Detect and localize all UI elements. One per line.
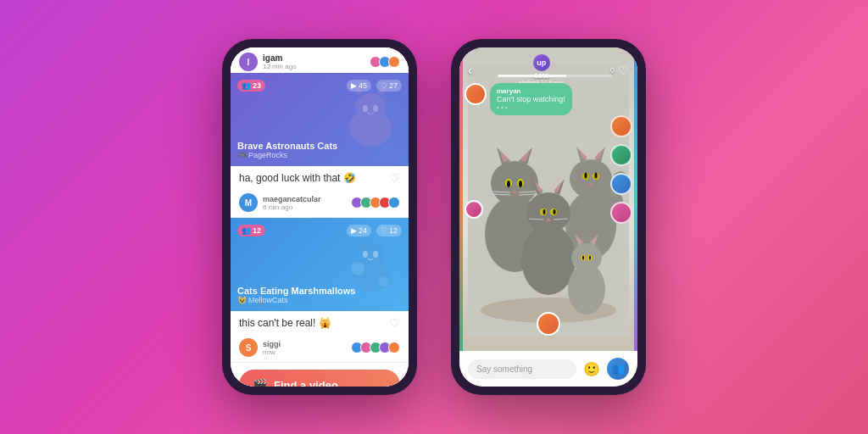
svg-point-41	[585, 173, 587, 179]
up-logo: up	[533, 54, 550, 71]
svg-point-13	[378, 276, 388, 287]
viewer-avatar	[388, 56, 400, 68]
find-video-label: Find a video	[274, 379, 338, 387]
comment-text-1: ha, good luck with that 🤣	[239, 172, 356, 184]
find-video-button[interactable]: 🎬 Find a video	[239, 370, 400, 387]
left-viewer-avatars	[465, 200, 483, 219]
svg-point-44	[521, 224, 576, 295]
comment-row-1: ha, good luck with that 🤣 ♡	[231, 166, 409, 190]
channel-info: up cats staffrick 11 5 ago	[519, 54, 564, 86]
card-stats-2: ▶24 ♡12	[347, 225, 402, 236]
svg-point-1	[355, 93, 386, 120]
back-button[interactable]: ‹	[468, 63, 472, 78]
top-time: 12 min ago	[263, 63, 297, 70]
left-phone: I igam 12 min ago	[222, 39, 417, 395]
username-1: maegancatcular	[263, 195, 321, 203]
card-sub-1: 🎮PageRocks	[237, 151, 337, 159]
card-sub-2: 😺MellowCats	[237, 296, 355, 304]
svg-point-53	[554, 209, 556, 214]
svg-point-66	[589, 256, 591, 260]
right-phone: ‹ up cats staffrick 11 5 ago 0 ♡	[451, 39, 646, 395]
comment-bubble-text: Can't stop watching!	[497, 95, 565, 103]
viewer-mini	[388, 197, 400, 209]
viewer-count: 0	[610, 66, 615, 75]
feed-item-1[interactable]: 👥 23 ▶45 ♡27 Brave Astronauts Cats 🎮Page…	[231, 73, 409, 218]
comment-bubble-area: maryan Can't stop watching! • • •	[465, 83, 572, 115]
viewer-mini	[388, 342, 400, 353]
right-accent-border	[634, 47, 637, 353]
card-badge-1: 👥 23	[237, 80, 265, 92]
svg-point-65	[582, 256, 584, 260]
video-card-1[interactable]: 👥 23 ▶45 ♡27 Brave Astronauts Cats 🎮Page…	[231, 73, 409, 166]
card-info-1: Brave Astronauts Cats 🎮PageRocks	[237, 141, 337, 159]
svg-point-12	[351, 262, 364, 275]
heart-icon-2[interactable]: ♡	[389, 316, 400, 330]
svg-point-10	[363, 251, 368, 258]
say-something-input[interactable]: Say something	[468, 359, 576, 379]
svg-point-17	[491, 161, 538, 205]
heart-icon-1[interactable]: ♡	[389, 171, 400, 185]
user-left-1: M maegancatcular 6 min ago	[239, 193, 321, 212]
side-avatar-4	[610, 202, 632, 224]
user-time-1: 6 min ago	[263, 203, 321, 211]
video-card-2[interactable]: 👥 12 ▶24 ♡12 Cats Eating Marshmallows 😺M…	[231, 218, 409, 311]
comment-text-2: this can't be real! 🙀	[239, 317, 331, 329]
left-accent-border	[459, 47, 463, 353]
user-avatar-2: S	[239, 338, 258, 357]
progress-fill	[498, 75, 566, 77]
find-video-icon: 🎬	[253, 378, 267, 387]
user-time-2: now	[263, 348, 281, 356]
commenter-avatar	[465, 83, 487, 105]
top-username: igam	[263, 53, 297, 63]
card-badge-2: 👥 12	[237, 225, 265, 236]
comment-dots: • • •	[497, 103, 565, 111]
side-avatar-3	[610, 173, 632, 195]
top-right-controls: 0 ♡	[610, 64, 629, 77]
user-row-1: M maegancatcular 6 min ago	[231, 190, 409, 218]
user-left-2: S siggi now	[239, 338, 281, 357]
top-bar: I igam 12 min ago	[231, 47, 409, 73]
viewers-1	[353, 197, 400, 209]
top-user: I igam 12 min ago	[239, 53, 297, 71]
comment-bubble: maryan Can't stop watching! • • •	[490, 83, 572, 115]
svg-point-5	[373, 105, 378, 112]
card-info-2: Cats Eating Marshmallows 😺MellowCats	[237, 286, 355, 304]
svg-point-52	[543, 209, 546, 214]
left-avatar-1	[465, 200, 483, 219]
svg-point-24	[507, 181, 510, 187]
top-avatar: I	[239, 53, 258, 71]
comment-row-2: this can't be real! 🙀 ♡	[231, 311, 409, 335]
side-avatar-2	[610, 144, 632, 166]
user-avatar-1: M	[239, 193, 258, 212]
left-feed: I igam 12 min ago	[231, 47, 409, 387]
side-avatar-1	[610, 115, 632, 137]
svg-point-58	[571, 243, 602, 272]
progress-bar	[498, 75, 612, 77]
anchor-avatar	[537, 312, 560, 336]
right-bottom-bar: Say something 🙂 👥	[459, 351, 637, 387]
side-viewer-avatars	[610, 115, 632, 224]
top-viewers	[372, 56, 400, 68]
user-row-2: S siggi now	[231, 335, 409, 363]
svg-point-4	[363, 105, 368, 112]
card-stats-1: ▶45 ♡27	[347, 80, 402, 92]
heart-live-icon[interactable]: ♡	[618, 64, 629, 77]
svg-point-42	[595, 173, 598, 179]
commenter-name: maryan	[497, 87, 565, 95]
feed-item-2[interactable]: 👥 12 ▶24 ♡12 Cats Eating Marshmallows 😺M…	[231, 218, 409, 363]
svg-point-45	[526, 192, 570, 233]
svg-point-11	[373, 251, 378, 258]
username-2: siggi	[263, 340, 281, 348]
people-button[interactable]: 👥	[607, 358, 629, 380]
svg-point-25	[519, 181, 522, 187]
viewers-2	[353, 342, 400, 353]
people-icon: 👥	[612, 363, 625, 375]
emoji-button[interactable]: 🙂	[583, 361, 600, 377]
right-live-view: ‹ up cats staffrick 11 5 ago 0 ♡	[459, 47, 637, 387]
svg-point-7	[357, 242, 384, 266]
